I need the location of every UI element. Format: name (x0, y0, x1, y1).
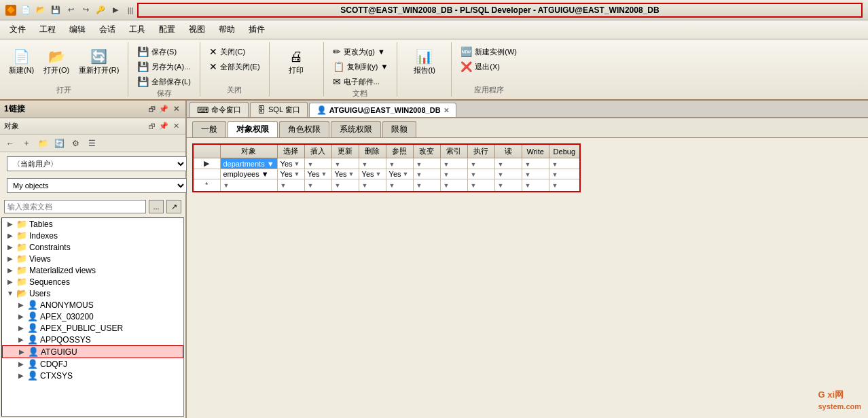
content-tab-system-priv[interactable]: 系统权限 (331, 121, 381, 137)
content-tab-role-priv[interactable]: 角色权限 (279, 121, 329, 137)
toolbar-run[interactable]: ▶ (109, 3, 122, 17)
tree-item-users[interactable]: ▼ 📂 Users (2, 288, 183, 299)
toolbar-key[interactable]: 🔑 (94, 3, 107, 17)
content-tab-object-priv[interactable]: 对象权限 (228, 121, 278, 137)
content-tab-general[interactable]: 一般 (192, 121, 226, 137)
menu-session[interactable]: 会话 (92, 21, 122, 38)
ribbon-newinstance-btn[interactable]: 🆕 新建实例(W) (457, 45, 520, 58)
table-row-new[interactable]: * ▼ ▼ ▼ ▼ ▼ ▼ ▼ ▼ ▼ ▼ ▼ ▼ (193, 179, 580, 192)
toolbar-filter-btn[interactable]: ⚙ (68, 137, 83, 150)
col-update[interactable]: 更新 (331, 144, 359, 158)
tree-item-matviews[interactable]: ▶ 📁 Materialized views (2, 264, 183, 276)
tree-item-anonymous[interactable]: ▶ 👤 ANONYMOUS (2, 299, 183, 311)
row3-execute[interactable]: ▼ (467, 179, 494, 192)
tree-item-apex030200[interactable]: ▶ 👤 APEX_030200 (2, 311, 183, 322)
ribbon-copyto-btn[interactable]: 📋 复制到(y) ▼ (329, 60, 392, 73)
toolbar-add-btn[interactable]: + (19, 137, 34, 150)
tree-item-constraints[interactable]: ▶ 📁 Constraints (2, 241, 183, 253)
menu-project[interactable]: 工程 (33, 21, 62, 38)
row3-insert[interactable]: ▼ (304, 179, 331, 192)
row3-object[interactable]: ▼ (220, 179, 277, 192)
row1-execute[interactable]: ▼ (467, 158, 494, 169)
panel-objects-pin-icon[interactable]: 📌 (158, 121, 169, 132)
col-debug[interactable]: Debug (549, 144, 580, 158)
table-row-employees[interactable]: employees ▼ Yes ▼ Yes ▼ Yes ▼ Yes ▼ Yes … (193, 169, 580, 179)
row1-read[interactable]: ▼ (494, 158, 522, 169)
menu-edit[interactable]: 编辑 (62, 21, 92, 38)
tab-sql-window[interactable]: 🗄 SQL 窗口 (250, 102, 308, 117)
row1-alter[interactable]: ▼ (413, 158, 440, 169)
ribbon-email-btn[interactable]: ✉ 电子邮件... (329, 75, 392, 88)
toolbar-undo[interactable]: ↩ (64, 3, 77, 17)
row1-debug[interactable]: ▼ (549, 158, 580, 169)
row1-update[interactable]: ▼ (331, 158, 359, 169)
toolbar-menu-btn[interactable]: ☰ (84, 137, 99, 150)
ribbon-closeall-btn[interactable]: ✕ 全部关闭(E) (206, 60, 264, 73)
tree-item-sequences[interactable]: ▶ 📁 Sequences (2, 276, 183, 288)
ribbon-new-btn[interactable]: 📄 新建(N) (5, 45, 37, 77)
row2-execute[interactable]: ▼ (467, 169, 494, 179)
row1-index[interactable]: ▼ (440, 158, 467, 169)
col-read[interactable]: 读 (494, 144, 522, 158)
panel-objects-close-icon[interactable]: ✕ (170, 121, 181, 132)
ribbon-reopen-btn[interactable]: 🔄 重新打开(R) (75, 45, 122, 77)
row2-insert[interactable]: Yes ▼ (304, 169, 331, 179)
col-index[interactable]: 索引 (440, 144, 467, 158)
row3-write[interactable]: ▼ (522, 179, 549, 192)
search-dots-btn[interactable]: ... (149, 200, 164, 213)
row2-alter[interactable]: ▼ (413, 169, 440, 179)
tree-item-tables[interactable]: ▶ 📁 Tables (2, 218, 183, 230)
tree-item-views[interactable]: ▶ 📁 Views (2, 253, 183, 264)
connection-dropdown[interactable]: 〈当前用户〉 (7, 156, 187, 171)
panel-pin-icon[interactable]: 📌 (158, 104, 169, 115)
row2-select[interactable]: Yes ▼ (277, 169, 304, 179)
tab-command-window[interactable]: ⌨ 命令窗口 (189, 102, 249, 117)
tab-atguigu-close[interactable]: ✕ (444, 107, 449, 114)
ribbon-report-btn[interactable]: 📊 报告(t) (410, 45, 439, 77)
tree-item-indexes[interactable]: ▶ 📁 Indexes (2, 230, 183, 241)
ribbon-open-btn[interactable]: 📂 打开(O) (40, 45, 73, 77)
row2-debug[interactable]: ▼ (549, 169, 580, 179)
toolbar-folder-btn[interactable]: 📁 (35, 137, 50, 150)
menu-config[interactable]: 配置 (152, 21, 182, 38)
col-delete[interactable]: 删除 (359, 144, 386, 158)
row3-debug[interactable]: ▼ (549, 179, 580, 192)
row2-delete[interactable]: Yes ▼ (359, 169, 386, 179)
toolbar-redo[interactable]: ↪ (79, 3, 92, 17)
menu-view[interactable]: 视图 (182, 21, 212, 38)
row2-index[interactable]: ▼ (440, 169, 467, 179)
row3-alter[interactable]: ▼ (413, 179, 440, 192)
menu-tools[interactable]: 工具 (122, 21, 152, 38)
toolbar-open[interactable]: 📂 (34, 3, 48, 17)
row3-delete[interactable]: ▼ (359, 179, 386, 192)
tree-item-apexpublicuser[interactable]: ▶ 👤 APEX_PUBLIC_USER (2, 322, 183, 334)
col-write[interactable]: Write (522, 144, 549, 158)
ribbon-changeto-btn[interactable]: ✏ 更改为(g) ▼ (329, 45, 392, 58)
menu-file[interactable]: 文件 (3, 21, 33, 38)
ribbon-exit-btn[interactable]: ❌ 退出(X) (457, 60, 520, 73)
panel-objects-restore-icon[interactable]: 🗗 (146, 121, 157, 132)
tree-item-atguigu[interactable]: ▶ 👤 ATGUIGU (2, 345, 183, 358)
tree-item-cdqfj[interactable]: ▶ 👤 CDQFJ (2, 358, 183, 370)
search-arrow-btn[interactable]: ↗ (166, 200, 181, 213)
search-input[interactable] (4, 200, 146, 213)
col-insert[interactable]: 插入 (304, 144, 331, 158)
row1-insert[interactable]: ▼ (304, 158, 331, 169)
row3-index[interactable]: ▼ (440, 179, 467, 192)
row2-object[interactable]: employees ▼ (220, 169, 277, 179)
tab-atguigu[interactable]: 👤 ATGUIGU@EAST_WIN2008_DB ✕ (309, 103, 456, 117)
row2-update[interactable]: Yes ▼ (331, 169, 359, 179)
toolbar-more[interactable]: ||| (124, 3, 137, 17)
toolbar-back-btn[interactable]: ← (3, 137, 18, 150)
col-execute[interactable]: 执行 (467, 144, 494, 158)
table-row-departments[interactable]: ▶ departments ▼ Yes ▼ ▼ ▼ ▼ ▼ ▼ ▼ ▼ ▼ (193, 158, 580, 169)
ribbon-print-btn[interactable]: 🖨 打印 (282, 45, 310, 77)
ribbon-saveas-btn[interactable]: 💾 另存为(A)... (134, 60, 194, 73)
row1-write[interactable]: ▼ (522, 158, 549, 169)
objects-dropdown[interactable]: My objects (7, 178, 187, 193)
toolbar-new[interactable]: 📄 (19, 3, 33, 17)
row1-ref[interactable]: ▼ (386, 158, 413, 169)
col-alter[interactable]: 改变 (413, 144, 440, 158)
row3-select[interactable]: ▼ (277, 179, 304, 192)
row3-ref[interactable]: ▼ (386, 179, 413, 192)
